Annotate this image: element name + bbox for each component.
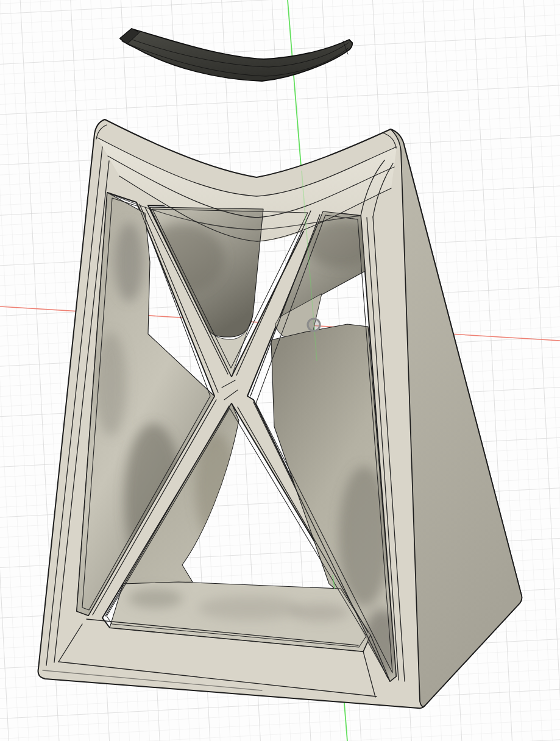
cad-viewport[interactable] [0,0,560,741]
viewport-canvas[interactable] [0,0,560,741]
origin-indicator[interactable] [308,319,320,331]
